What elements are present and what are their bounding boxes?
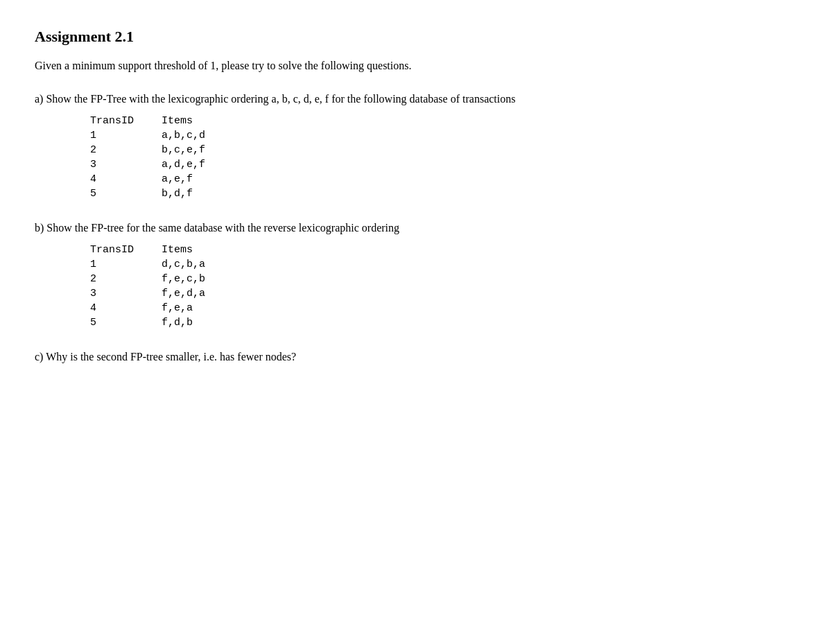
- table-a-col1-header: TransID: [90, 114, 162, 128]
- page-title: Assignment 2.1: [35, 28, 797, 46]
- trans-id-cell: 1: [90, 128, 162, 143]
- question-b-table: TransID Items 1d,c,b,a2f,e,c,b3f,e,d,a4f…: [90, 243, 233, 330]
- question-a-label: a) Show the FP-Tree with the lexicograph…: [35, 93, 797, 105]
- trans-id-cell: 1: [90, 257, 162, 272]
- table-row: 2f,e,c,b: [90, 272, 233, 286]
- items-cell: a,d,e,f: [162, 157, 233, 172]
- table-row: 3f,e,d,a: [90, 286, 233, 301]
- items-cell: f,e,d,a: [162, 286, 233, 301]
- question-b-table-container: TransID Items 1d,c,b,a2f,e,c,b3f,e,d,a4f…: [90, 243, 797, 330]
- question-c-label: c) Why is the second FP-tree smaller, i.…: [35, 351, 797, 363]
- items-cell: b,c,e,f: [162, 143, 233, 157]
- items-cell: f,e,a: [162, 301, 233, 315]
- table-a-col2-header: Items: [162, 114, 233, 128]
- trans-id-cell: 2: [90, 272, 162, 286]
- table-row: 1d,c,b,a: [90, 257, 233, 272]
- trans-id-cell: 4: [90, 172, 162, 186]
- trans-id-cell: 4: [90, 301, 162, 315]
- table-row: 5f,d,b: [90, 315, 233, 330]
- question-b-block: b) Show the FP-tree for the same databas…: [35, 222, 797, 330]
- trans-id-cell: 5: [90, 315, 162, 330]
- question-a-table-container: TransID Items 1a,b,c,d2b,c,e,f3a,d,e,f4a…: [90, 114, 797, 201]
- items-cell: a,b,c,d: [162, 128, 233, 143]
- table-row: 4a,e,f: [90, 172, 233, 186]
- items-cell: d,c,b,a: [162, 257, 233, 272]
- question-a-table: TransID Items 1a,b,c,d2b,c,e,f3a,d,e,f4a…: [90, 114, 233, 201]
- items-cell: a,e,f: [162, 172, 233, 186]
- trans-id-cell: 5: [90, 186, 162, 201]
- items-cell: b,d,f: [162, 186, 233, 201]
- table-row: 5b,d,f: [90, 186, 233, 201]
- trans-id-cell: 2: [90, 143, 162, 157]
- table-row: 1a,b,c,d: [90, 128, 233, 143]
- table-b-col1-header: TransID: [90, 243, 162, 257]
- question-a-block: a) Show the FP-Tree with the lexicograph…: [35, 93, 797, 201]
- trans-id-cell: 3: [90, 286, 162, 301]
- table-row: 4f,e,a: [90, 301, 233, 315]
- items-cell: f,e,c,b: [162, 272, 233, 286]
- table-row: 2b,c,e,f: [90, 143, 233, 157]
- question-b-label: b) Show the FP-tree for the same databas…: [35, 222, 797, 234]
- table-row: 3a,d,e,f: [90, 157, 233, 172]
- trans-id-cell: 3: [90, 157, 162, 172]
- intro-paragraph: Given a minimum support threshold of 1, …: [35, 60, 797, 72]
- items-cell: f,d,b: [162, 315, 233, 330]
- question-c-block: c) Why is the second FP-tree smaller, i.…: [35, 351, 797, 363]
- table-b-col2-header: Items: [162, 243, 233, 257]
